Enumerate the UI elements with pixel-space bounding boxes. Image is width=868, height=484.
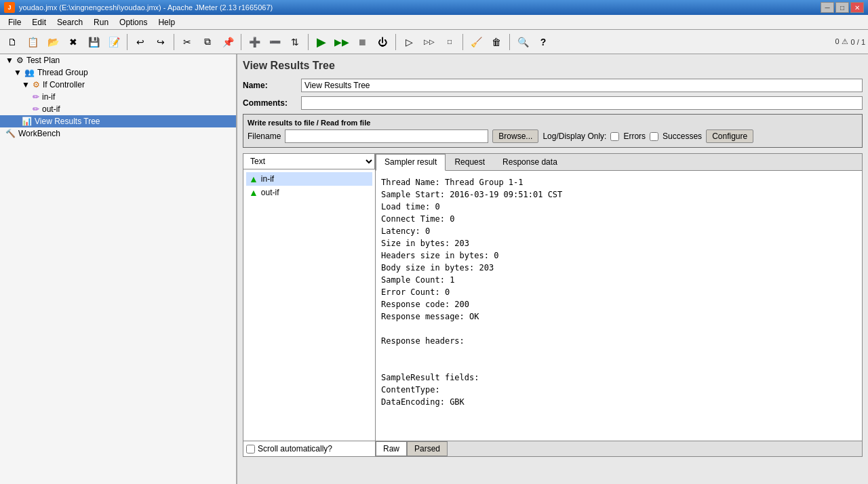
toolbar-separator-2 — [174, 34, 174, 50]
tree-label: Test Plan — [26, 56, 60, 65]
browse-button[interactable]: Browse... — [492, 129, 538, 143]
toolbar-search-button[interactable]: 🔍 — [513, 33, 532, 52]
result-tabs: Sampler result Request Response data — [376, 154, 862, 171]
toolbar-separator-5 — [395, 34, 396, 50]
toolbar-remote-all-button[interactable]: ▷▷ — [420, 33, 439, 52]
comments-row: Comments: — [243, 96, 863, 110]
titlebar-controls[interactable]: ─ □ ✕ — [821, 2, 864, 13]
toolbar-clearall-button[interactable]: 🗑 — [487, 33, 506, 52]
toolbar-start-button[interactable]: ▶ — [312, 33, 331, 52]
result-status-icon: ▲ — [249, 187, 258, 198]
tree-label: out-if — [42, 104, 60, 114]
menu-file[interactable]: File — [3, 16, 26, 28]
toolbar-stop-button[interactable]: ⏹ — [353, 33, 372, 52]
name-label: Name: — [243, 81, 297, 90]
toolbar-copy-button[interactable]: ⧉ — [198, 33, 217, 52]
menu-edit[interactable]: Edit — [26, 16, 52, 28]
tree-item-in-if[interactable]: ✏ in-if — [0, 91, 236, 103]
titlebar: J youdao.jmx (E:\xingnengceshi\youdao.jm… — [0, 0, 868, 15]
result-label: out-if — [261, 188, 279, 197]
workbench-icon: 🔨 — [5, 129, 16, 138]
thread-counter: 0 / 1 — [851, 38, 865, 46]
menu-options[interactable]: Options — [114, 16, 153, 28]
toolbar-paste-button[interactable]: 📌 — [218, 33, 237, 52]
maximize-button[interactable]: □ — [835, 2, 849, 13]
panel-title: View Results Tree — [243, 60, 863, 72]
results-section: Text ▲ in-if ▲ out-if — [243, 153, 863, 457]
expand-icon: ▼ — [14, 68, 22, 77]
name-row: Name: — [243, 79, 863, 92]
minimize-button[interactable]: ─ — [821, 2, 834, 13]
expand-icon: ▼ — [22, 80, 30, 89]
menu-search[interactable]: Search — [52, 16, 88, 28]
toolbar-separator-3 — [241, 34, 241, 50]
toolbar-separator-6 — [462, 34, 463, 50]
close-button[interactable]: ✕ — [850, 2, 864, 13]
scroll-auto-label: Scroll automatically? — [258, 444, 332, 453]
toolbar-clear-button[interactable]: 🧹 — [467, 33, 486, 52]
toolbar-collapse-button[interactable]: ➖ — [265, 33, 284, 52]
configure-button[interactable]: Configure — [706, 129, 753, 143]
menu-run[interactable]: Run — [88, 16, 114, 28]
name-input[interactable] — [301, 79, 863, 92]
toolbar-close-button[interactable]: ✖ — [64, 33, 83, 52]
toolbar-redo-button[interactable]: ↪ — [151, 33, 170, 52]
toolbar-remote-start-button[interactable]: ▷ — [399, 33, 418, 52]
tree-icon: ⚙ — [16, 56, 24, 65]
comments-input[interactable] — [301, 96, 863, 110]
toolbar-start-nopause-button[interactable]: ▶▶ — [332, 33, 351, 52]
warning-count: 0 ⚠ — [835, 37, 848, 46]
result-content: Thread Name: Thread Group 1-1 Sample Sta… — [376, 171, 862, 441]
right-panel: View Results Tree Name: Comments: Write … — [237, 54, 868, 484]
tab-parsed[interactable]: Parsed — [407, 441, 448, 456]
scroll-auto-row: Scroll automatically? — [243, 441, 375, 456]
toolbar-toggle-button[interactable]: ⇅ — [285, 33, 304, 52]
tree-item-out-if[interactable]: ✏ out-if — [0, 103, 236, 115]
result-item-in-if[interactable]: ▲ in-if — [246, 172, 372, 186]
toolbar-open-button[interactable]: 📂 — [43, 33, 62, 52]
out-if-icon: ✏ — [33, 104, 39, 114]
tree-item-test-plan[interactable]: ▼ ⚙ Test Plan — [0, 54, 236, 66]
errors-checkbox[interactable] — [610, 132, 619, 141]
tree-label: If Controller — [43, 80, 85, 89]
toolbar: 🗋 📋 📂 ✖ 💾 📝 ↩ ↪ ✂ ⧉ 📌 ➕ ➖ ⇅ ▶ ▶▶ ⏹ ⏻ ▷ ▷… — [0, 30, 868, 54]
scroll-auto-checkbox[interactable] — [246, 445, 255, 453]
write-results-title: Write results to file / Read from file — [248, 119, 858, 127]
toolbar-templates-button[interactable]: 📋 — [23, 33, 42, 52]
tree-label: WorkBench — [18, 129, 60, 138]
tree-item-thread-group[interactable]: ▼ 👥 Thread Group — [0, 66, 236, 79]
toolbar-expand-button[interactable]: ➕ — [245, 33, 264, 52]
toolbar-shutdown-button[interactable]: ⏻ — [373, 33, 392, 52]
app-icon: J — [4, 2, 15, 13]
bottom-tabs: Raw Parsed — [376, 441, 862, 456]
text-selector-dropdown[interactable]: Text — [243, 154, 375, 169]
result-label: in-if — [261, 174, 274, 184]
result-item-out-if[interactable]: ▲ out-if — [246, 186, 372, 199]
log-display-label: Log/Display Only: — [542, 132, 606, 141]
toolbar-help-button[interactable]: ? — [534, 33, 553, 52]
window-title: youdao.jmx (E:\xingnengceshi\youdao.jmx)… — [19, 3, 273, 12]
filename-input[interactable] — [285, 129, 488, 143]
tab-request[interactable]: Request — [446, 154, 494, 170]
toolbar-remote-stop-button[interactable]: □ — [440, 33, 459, 52]
toolbar-undo-button[interactable]: ↩ — [131, 33, 150, 52]
tree-label: Thread Group — [37, 68, 88, 77]
filename-row: Filename Browse... Log/Display Only: Err… — [248, 129, 858, 143]
tree-item-workbench[interactable]: 🔨 WorkBench — [0, 127, 236, 140]
menu-help[interactable]: Help — [153, 16, 180, 28]
tab-raw[interactable]: Raw — [376, 441, 407, 456]
toolbar-saveas-button[interactable]: 📝 — [104, 33, 123, 52]
filename-label: Filename — [248, 132, 281, 141]
successes-checkbox[interactable] — [650, 132, 658, 141]
results-tree: ▲ in-if ▲ out-if — [243, 169, 375, 441]
tree-item-if-controller[interactable]: ▼ ⚙ If Controller — [0, 79, 236, 91]
toolbar-new-button[interactable]: 🗋 — [3, 33, 22, 52]
tab-response-data[interactable]: Response data — [494, 154, 566, 170]
toolbar-save-button[interactable]: 💾 — [84, 33, 103, 52]
successes-label: Successes — [663, 132, 702, 141]
toolbar-separator-1 — [127, 34, 127, 50]
tab-sampler-result[interactable]: Sampler result — [376, 154, 446, 171]
thread-group-icon: 👥 — [24, 68, 35, 77]
toolbar-cut-button[interactable]: ✂ — [178, 33, 197, 52]
tree-item-view-results-tree[interactable]: 📊 View Results Tree — [0, 115, 236, 127]
